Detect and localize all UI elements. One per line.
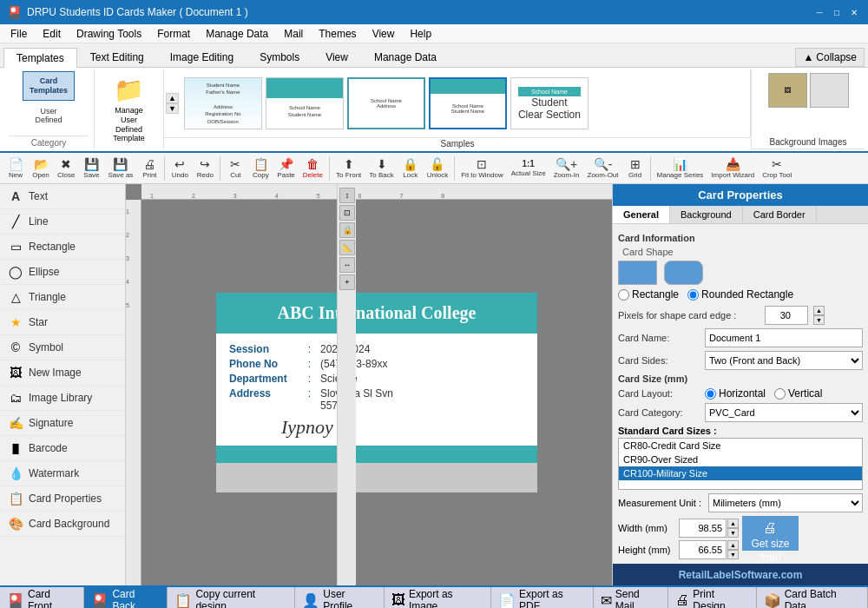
bottom-card-front[interactable]: 🎴 Card Front [0, 587, 84, 608]
toolbar-fitwindow[interactable]: ⊡Fit to Window [457, 155, 506, 182]
width-down[interactable]: ▼ [727, 528, 739, 538]
bg-thumb-2[interactable] [810, 73, 849, 108]
samples-scroll-down[interactable]: ▼ [166, 103, 179, 114]
menu-mail[interactable]: Mail [277, 26, 310, 42]
toolbar-open[interactable]: 📂Open [29, 155, 53, 182]
toolbar-copy[interactable]: 📋Copy [248, 155, 273, 182]
tab-manage-data[interactable]: Manage Data [361, 47, 450, 67]
horizontal-radio[interactable] [705, 388, 716, 400]
bottom-export-image[interactable]: 🖼 Export as Image [385, 587, 491, 608]
tab-image-editing[interactable]: Image Editing [157, 47, 247, 67]
toolbar-importwizard[interactable]: 📥Import Wizard [707, 155, 758, 182]
toolbar-paste[interactable]: 📌Paste [273, 155, 298, 182]
radio-rectangle[interactable]: Rectangle [618, 288, 679, 301]
prop-tab-general[interactable]: General [613, 206, 670, 223]
measurement-select[interactable]: Milimeters (mm) Inches (in) Pixels (px) [708, 493, 863, 512]
left-item-star[interactable]: ★ Star [0, 310, 125, 335]
bottom-send-mail[interactable]: ✉ Send Mail [594, 587, 669, 608]
tab-templates[interactable]: Templates [3, 48, 77, 68]
maximize-button[interactable]: □ [830, 5, 844, 19]
size-cr100[interactable]: CR100-Military Size [619, 466, 862, 480]
radio-rounded-rectangle[interactable]: Rounded Rectangle [687, 288, 793, 301]
menu-help[interactable]: Help [403, 26, 438, 42]
toolbar-grid[interactable]: ⊞Grid [623, 155, 648, 182]
sample-card-1[interactable]: Student NameFather's NameAddressRegistra… [184, 77, 262, 129]
bottom-card-back[interactable]: 🎴 Card Back [84, 587, 168, 608]
layout-vertical-radio[interactable]: Vertical [774, 387, 822, 400]
card-canvas[interactable]: ABC International College Session : 2023… [216, 293, 537, 492]
sample-card-4[interactable]: School NameStudent Name [429, 77, 507, 129]
vertical-radio[interactable] [774, 388, 786, 400]
rounded-rectangle-radio[interactable] [687, 289, 699, 301]
bg-thumb-1[interactable]: 🖼 [768, 73, 807, 108]
toolbar-redo[interactable]: ↪Redo [193, 155, 217, 182]
left-item-triangle[interactable]: △ Triangle [0, 285, 125, 310]
side-tool-4[interactable]: 📐 [339, 240, 355, 255]
collapse-button[interactable]: ▲ Collapse [795, 48, 865, 67]
left-item-line[interactable]: ╱ Line [0, 209, 125, 235]
menu-file[interactable]: File [3, 26, 34, 42]
toolbar-cut[interactable]: ✂Cut [223, 155, 247, 182]
height-up[interactable]: ▲ [727, 540, 739, 550]
toolbar-zoomin[interactable]: 🔍+Zoom-In [550, 155, 583, 182]
bottom-export-pdf[interactable]: 📄 Export as PDF [491, 587, 594, 608]
user-defined-button[interactable]: UserDefined [30, 103, 67, 128]
side-tool-6[interactable]: + [339, 274, 355, 290]
sizes-list[interactable]: CR80-Credit Card Size CR90-Over Sized CR… [618, 438, 863, 490]
left-item-new-image[interactable]: 🖼 New Image [0, 360, 125, 386]
get-size-button[interactable]: 🖨 Get size from Printer [742, 516, 799, 551]
size-cr80[interactable]: CR80-Credit Card Size [619, 439, 862, 453]
toolbar-tofront[interactable]: ⬆To Front [332, 155, 365, 182]
left-item-barcode[interactable]: ▐▌ Barcode [0, 436, 125, 461]
menu-drawing-tools[interactable]: Drawing Tools [69, 26, 148, 42]
side-tool-2[interactable]: ⊡ [339, 205, 355, 221]
prop-tab-card-border[interactable]: Card Border [743, 206, 817, 223]
sample-card-2[interactable]: School NameStudent Name [266, 77, 344, 129]
toolbar-unlock[interactable]: 🔓Unlock [424, 155, 451, 182]
card-name-input[interactable] [705, 328, 863, 347]
toolbar-toback[interactable]: ⬇To Back [365, 155, 397, 182]
card-sides-select[interactable]: Two (Front and Back) One (Front Only) [705, 351, 863, 370]
bottom-user-profile[interactable]: 👤 User Profile [295, 587, 385, 608]
toolbar-manageseries[interactable]: 📊Manage Series [654, 155, 707, 182]
toolbar-actualsize[interactable]: 1:1Actual Size [508, 156, 549, 180]
card-templates-button[interactable]: CardTemplates [23, 71, 75, 101]
menu-manage-data[interactable]: Manage Data [199, 26, 275, 42]
left-item-text[interactable]: A Text [0, 184, 125, 209]
left-item-card-background[interactable]: 🎨 Card Background [0, 512, 125, 537]
rectangle-radio[interactable] [618, 289, 629, 301]
sample-card-5[interactable]: School Name StudentClear Section [510, 77, 589, 129]
toolbar-new[interactable]: 📄New [3, 155, 28, 182]
toolbar-saveas[interactable]: 💾Save as [104, 155, 136, 182]
pixels-down[interactable]: ▼ [813, 315, 825, 325]
menu-format[interactable]: Format [150, 26, 197, 42]
prop-tab-background[interactable]: Background [670, 206, 743, 223]
close-button[interactable]: ✕ [847, 5, 861, 19]
tab-symbols[interactable]: Symbols [247, 47, 312, 67]
manage-user-template-button[interactable]: 📁 ManageUserDefinedTemplate [108, 71, 149, 148]
left-item-image-library[interactable]: 🗂 Image Library [0, 386, 125, 411]
size-cr90[interactable]: CR90-Over Sized [619, 453, 862, 466]
left-item-signature[interactable]: ✍ Signature [0, 411, 125, 436]
bottom-card-batch[interactable]: 📦 Card Batch Data [757, 587, 868, 608]
left-item-symbol[interactable]: © Symbol [0, 335, 125, 360]
menu-themes[interactable]: Themes [312, 26, 363, 42]
minimize-button[interactable]: ─ [812, 5, 826, 19]
toolbar-save[interactable]: 💾Save [79, 155, 103, 182]
toolbar-zoomout[interactable]: 🔍-Zoom-Out [584, 155, 622, 182]
side-tool-1[interactable]: ↕ [339, 188, 355, 203]
width-input[interactable] [679, 519, 727, 538]
toolbar-close[interactable]: ✖Close [54, 155, 78, 182]
bottom-print-design[interactable]: 🖨 Print Design [668, 587, 756, 608]
pixels-up[interactable]: ▲ [813, 306, 825, 315]
sample-card-3[interactable]: School NameAddress [347, 77, 425, 129]
left-item-rectangle[interactable]: ▭ Rectangle [0, 235, 125, 260]
card-category-select[interactable]: PVC_Card Paper_Card [705, 403, 863, 422]
left-item-watermark[interactable]: 💧 Watermark [0, 461, 125, 486]
bottom-copy-current[interactable]: 📋 Copy current design [168, 587, 295, 608]
samples-scroll-up[interactable]: ▲ [166, 93, 179, 103]
tab-text-editing[interactable]: Text Editing [77, 47, 157, 67]
height-down[interactable]: ▼ [727, 550, 739, 559]
left-item-ellipse[interactable]: ◯ Ellipse [0, 260, 125, 285]
side-tool-lock[interactable]: 🔒 [339, 222, 355, 238]
